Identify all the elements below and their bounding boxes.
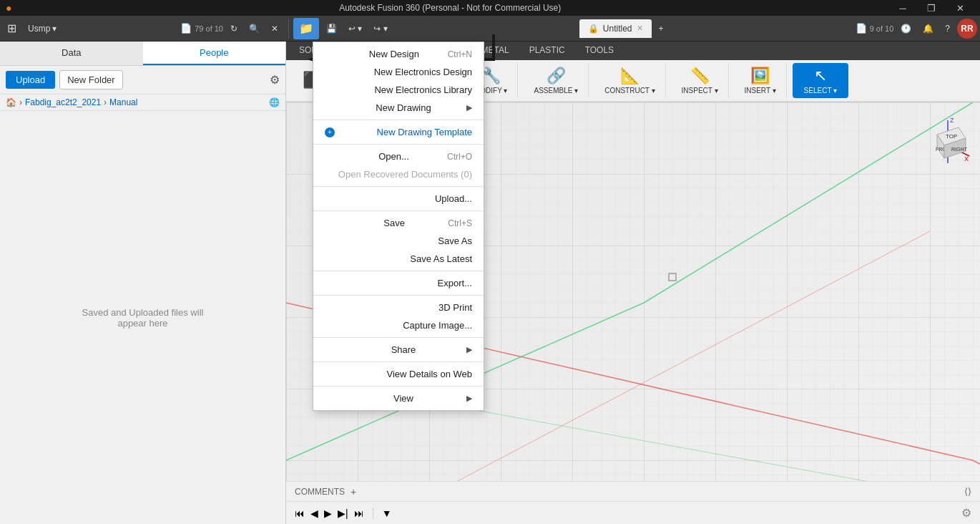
menu-item-label: New Drawing [376,102,431,113]
title-bar: ● Autodesk Fusion 360 (Personal - Not fo… [0,0,980,16]
usmp-button[interactable]: Usmp ▾ [24,19,61,39]
menu-item-view-details[interactable]: View Details on Web [313,365,484,383]
prev-button[interactable]: ◀ [310,508,318,519]
insert-icon: 🖼️ [750,67,770,85]
tab-plastic[interactable]: PLASTIC [519,42,575,60]
menu-item-new-design[interactable]: New DesignCtrl+N [313,45,484,63]
menu-separator [313,120,484,120]
doc-icon-right: 📄 [856,23,867,34]
filter-button[interactable]: ▼ [382,508,392,519]
menu-item-3d-print[interactable]: 3D Print [313,299,484,316]
undo-icon: ↩ ▾ [348,24,362,34]
left-panel-tabs: Data People [0,42,285,66]
globe-icon[interactable]: 🌐 [269,97,280,107]
skip-back-button[interactable]: ⏮ [295,508,305,519]
search-button-left[interactable]: 🔍 [245,19,264,39]
redo-icon: ↪ ▾ [373,24,387,34]
content-area: Data People Upload New Folder ⚙ 🏠 › Fabd… [0,42,980,524]
data-tab[interactable]: Data [0,42,143,65]
expand-comments-button[interactable]: ⟨⟩ [964,486,971,497]
grid-icon: ⊞ [7,21,16,35]
redo-button[interactable]: ↪ ▾ [369,19,391,39]
svg-text:TOP: TOP [946,133,957,140]
menu-item-capture-image[interactable]: Capture Image... [313,316,484,334]
menu-item-share[interactable]: Share▶ [313,341,484,359]
people-tab[interactable]: People [143,42,286,65]
clock-button[interactable]: 🕐 [896,19,916,39]
menu-separator [313,337,484,338]
nav-cube[interactable]: Z X TOP FRONT RIGHT [923,117,966,160]
menu-item-open[interactable]: Open...Ctrl+O [313,147,484,165]
menu-separator [313,295,484,296]
menu-item-new-electronics-library[interactable]: New Electronics Library [313,81,484,99]
breadcrumb-item-1[interactable]: Fabdig_ac2t2_2021 [25,97,101,107]
empty-message: Saved and Uploaded files will appear her… [82,307,204,329]
menu-separator [313,210,484,211]
grid-menu-button[interactable]: ⊞ [3,19,21,39]
title-bar-left: ● [6,2,11,14]
bottom-controls: ⏮ ◀ ▶ ▶| ⏭ ▼ ⚙ [286,501,980,524]
menu-item-export[interactable]: Export... [313,274,484,292]
menu-item-view[interactable]: View▶ [313,389,484,407]
panel-actions: Upload New Folder ⚙ [0,66,285,94]
doc-tab-title: Untitled [603,24,632,34]
new-folder-button[interactable]: New Folder [59,70,122,89]
save-button[interactable]: 💾 [322,19,341,39]
file-menu-button[interactable]: 📁 [293,18,319,39]
menu-item-shortcut: Ctrl+S [448,218,472,228]
close-panel-button[interactable]: ✕ [267,19,283,39]
left-panel: Data People Upload New Folder ⚙ 🏠 › Fabd… [0,42,286,524]
menu-item-label: New Electronics Design [374,67,472,77]
menu-item-shortcut: Ctrl+O [447,152,472,162]
breadcrumb-item-2[interactable]: Manual [109,97,137,107]
settings-button[interactable]: ⚙ [270,73,280,87]
select-group: ↖ SELECT ▾ [793,63,849,98]
user-avatar[interactable]: RR [957,19,977,39]
menu-item-upload[interactable]: Upload... [313,190,484,208]
close-button[interactable]: ✕ [946,0,974,16]
inspect-button[interactable]: 📏 INSPECT ▾ [677,64,722,97]
active-doc-tab[interactable]: 🔒 Untitled ✕ [579,19,652,38]
app-icon: ● [6,2,11,14]
refresh-button-left[interactable]: ↻ [226,19,242,39]
menu-separator [313,144,484,145]
doc-icon-left: 📄 [180,23,192,34]
assemble-button[interactable]: 🔗 ASSEMBLE ▾ [529,64,582,97]
play-button[interactable]: ▶ [324,508,332,519]
insert-button[interactable]: 🖼️ INSERT ▾ [740,64,780,97]
menu-separator [313,271,484,271]
menu-item-save-as[interactable]: Save As [313,232,484,250]
construct-icon: 📐 [620,67,640,85]
settings-bottom-button[interactable]: ⚙ [961,506,971,520]
notifications-button[interactable]: 🔔 [918,19,938,39]
submenu-arrow-icon: ▶ [466,103,472,112]
menu-item-label: New Electronics Library [374,84,472,95]
skip-forward-button[interactable]: ⏭ [354,508,364,519]
select-button[interactable]: ↖ SELECT ▾ [800,64,842,97]
home-icon[interactable]: 🏠 [6,97,16,107]
new-item-icon: + [325,127,335,137]
insert-group: 🖼️ INSERT ▾ [735,63,787,98]
restore-button[interactable]: ❐ [917,0,946,16]
add-comment-button[interactable]: + [351,486,356,498]
menu-item-label: Share [391,344,416,355]
menu-item-label: Open... [378,151,409,162]
menu-separator [313,386,484,387]
construct-button[interactable]: 📐 CONSTRUCT ▾ [600,64,659,97]
menu-item-new-drawing[interactable]: New Drawing▶ [313,99,484,117]
add-tab-button[interactable]: + [655,19,668,39]
menu-separator [313,186,484,187]
menu-item-save-as-latest[interactable]: Save As Latest [313,250,484,268]
tab-tools[interactable]: TOOLS [575,42,624,60]
next-button[interactable]: ▶| [338,508,348,519]
help-button[interactable]: ? [941,19,954,39]
select-icon: ↖ [814,67,827,85]
tab-close-icon[interactable]: ✕ [637,24,643,33]
minimize-button[interactable]: ─ [888,0,917,16]
undo-button[interactable]: ↩ ▾ [344,19,366,39]
menu-item-new-electronics-design[interactable]: New Electronics Design [313,63,484,81]
menu-item-label: Export... [438,278,472,288]
menu-item-new-drawing-template[interactable]: +New Drawing Template [313,123,484,141]
upload-button[interactable]: Upload [6,71,55,89]
menu-item-save[interactable]: SaveCtrl+S [313,214,484,232]
